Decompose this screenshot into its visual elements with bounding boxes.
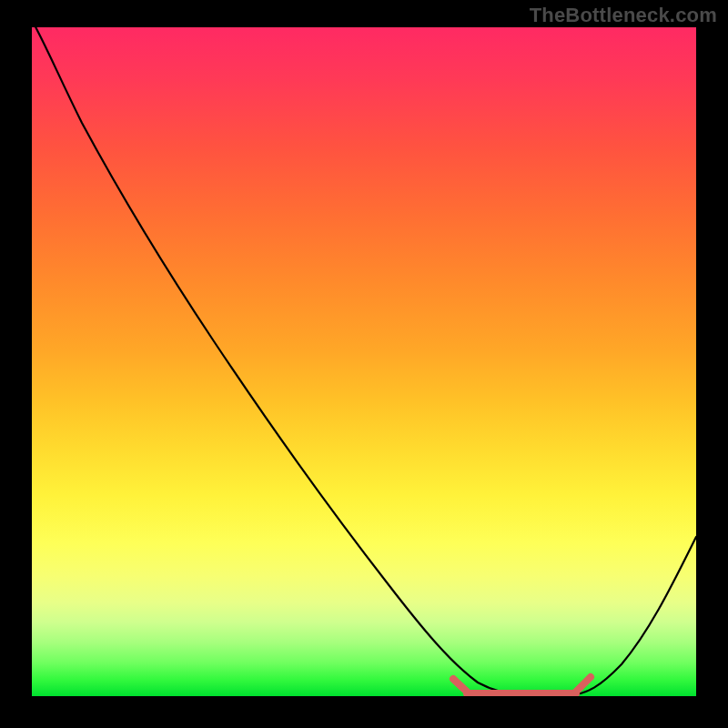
bottleneck-curve-path (32, 27, 696, 695)
watermark-text: TheBottleneck.com (530, 4, 717, 27)
chart-frame: TheBottleneck.com (0, 0, 728, 728)
curve-overlay (32, 27, 696, 696)
